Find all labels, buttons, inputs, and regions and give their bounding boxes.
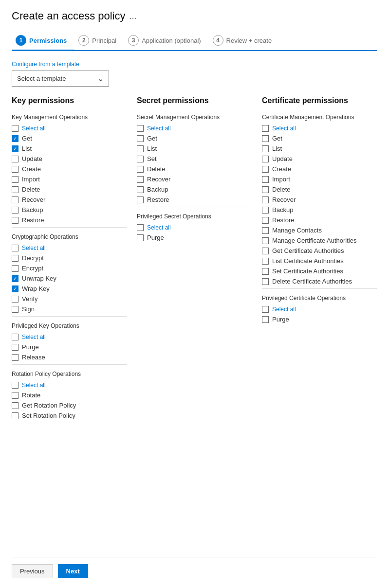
checkbox-0[interactable]	[137, 125, 144, 132]
checkbox-0[interactable]	[12, 125, 19, 132]
list-item[interactable]: Unwrap Key	[12, 273, 127, 284]
checkbox-1[interactable]	[12, 255, 19, 262]
list-item[interactable]: Select all	[12, 332, 127, 342]
checkbox-7[interactable]	[262, 196, 269, 203]
checkbox-3[interactable]	[12, 156, 19, 162]
list-item[interactable]: Manage Contacts	[262, 225, 377, 235]
list-item[interactable]: Verify	[12, 294, 127, 304]
checkbox-6[interactable]	[262, 186, 269, 193]
list-item[interactable]: Purge	[12, 342, 127, 352]
list-item[interactable]: Manage Certificate Authorities	[262, 235, 377, 246]
list-item[interactable]: Purge	[137, 232, 252, 243]
checkbox-1[interactable]	[137, 135, 144, 142]
checkbox-13[interactable]	[262, 258, 269, 265]
list-item[interactable]: Recover	[262, 195, 377, 205]
checkbox-14[interactable]	[262, 268, 269, 275]
list-item[interactable]: Get Rotation Policy	[12, 400, 127, 410]
list-item[interactable]: Delete	[137, 164, 252, 174]
list-item[interactable]: Encrypt	[12, 263, 127, 273]
checkbox-3[interactable]	[137, 156, 144, 162]
list-item[interactable]: Get Certificate Authorities	[262, 246, 377, 256]
list-item[interactable]: Restore	[262, 215, 377, 225]
checkbox-11[interactable]	[262, 237, 269, 244]
list-item[interactable]: Delete	[12, 184, 127, 195]
list-item[interactable]: Purge	[262, 314, 377, 324]
checkbox-6[interactable]	[12, 186, 19, 193]
list-item[interactable]: Update	[262, 154, 377, 164]
list-item[interactable]: List Certificate Authorities	[262, 256, 377, 266]
previous-button[interactable]: Previous	[12, 564, 53, 578]
checkbox-6[interactable]	[137, 186, 144, 193]
list-item[interactable]: List	[137, 143, 252, 154]
checkbox-7[interactable]	[12, 196, 19, 203]
list-item[interactable]: Select all	[137, 223, 252, 232]
checkbox-2[interactable]	[262, 145, 269, 152]
list-item[interactable]: Restore	[12, 215, 127, 225]
list-item[interactable]: Recover	[12, 195, 127, 205]
checkbox-1[interactable]	[12, 392, 19, 399]
list-item[interactable]: Decrypt	[12, 253, 127, 263]
checkbox-7[interactable]	[137, 196, 144, 203]
checkbox-9[interactable]	[262, 217, 269, 224]
list-item[interactable]: Set Rotation Policy	[12, 410, 127, 421]
checkbox-5[interactable]	[262, 176, 269, 183]
list-item[interactable]: Update	[12, 154, 127, 164]
list-item[interactable]: Set	[137, 154, 252, 164]
wizard-tab-application[interactable]: 3Application (optional)	[124, 31, 208, 51]
list-item[interactable]: Restore	[137, 195, 252, 205]
checkbox-5[interactable]	[12, 296, 19, 303]
checkbox-0[interactable]	[137, 224, 144, 231]
list-item[interactable]: Delete Certificate Authorities	[262, 276, 377, 286]
checkbox-2[interactable]	[12, 402, 19, 409]
list-item[interactable]: Select all	[262, 304, 377, 314]
list-item[interactable]: Import	[12, 174, 127, 184]
list-item[interactable]: Select all	[12, 124, 127, 133]
checkbox-5[interactable]	[137, 176, 144, 183]
checkbox-9[interactable]	[12, 217, 19, 224]
list-item[interactable]: Get	[262, 133, 377, 143]
list-item[interactable]: List	[12, 143, 127, 154]
checkbox-0[interactable]	[12, 334, 19, 340]
checkbox-8[interactable]	[12, 207, 19, 214]
list-item[interactable]: Create	[262, 164, 377, 174]
checkbox-0[interactable]	[262, 306, 269, 313]
list-item[interactable]: Sign	[12, 304, 127, 314]
list-item[interactable]: List	[262, 143, 377, 154]
checkbox-10[interactable]	[262, 227, 269, 234]
checkbox-3[interactable]	[12, 275, 19, 282]
list-item[interactable]: Backup	[262, 205, 377, 215]
list-item[interactable]: Select all	[12, 243, 127, 253]
checkbox-5[interactable]	[12, 176, 19, 183]
list-item[interactable]: Select all	[137, 124, 252, 133]
checkbox-1[interactable]	[262, 316, 269, 323]
checkbox-2[interactable]	[12, 265, 19, 272]
checkbox-1[interactable]	[262, 135, 269, 142]
list-item[interactable]: Get	[137, 133, 252, 143]
checkbox-0[interactable]	[12, 245, 19, 251]
list-item[interactable]: Backup	[137, 184, 252, 195]
list-item[interactable]: Release	[12, 352, 127, 362]
checkbox-0[interactable]	[12, 382, 19, 389]
checkbox-1[interactable]	[12, 135, 19, 142]
checkbox-4[interactable]	[12, 285, 19, 292]
checkbox-2[interactable]	[137, 145, 144, 152]
checkbox-15[interactable]	[262, 278, 269, 285]
list-item[interactable]: Rotate	[12, 390, 127, 400]
list-item[interactable]: Select all	[262, 124, 377, 133]
wizard-tab-review[interactable]: 4Review + create	[209, 31, 280, 51]
checkbox-4[interactable]	[12, 166, 19, 173]
checkbox-6[interactable]	[12, 306, 19, 313]
list-item[interactable]: Select all	[12, 380, 127, 390]
list-item[interactable]: Backup	[12, 205, 127, 215]
checkbox-12[interactable]	[262, 248, 269, 254]
list-item[interactable]: Create	[12, 164, 127, 174]
checkbox-1[interactable]	[137, 234, 144, 241]
checkbox-0[interactable]	[262, 125, 269, 132]
checkbox-4[interactable]	[137, 166, 144, 173]
checkbox-2[interactable]	[12, 354, 19, 361]
checkbox-3[interactable]	[12, 412, 19, 419]
next-button[interactable]: Next	[58, 564, 88, 578]
list-item[interactable]: Set Certificate Authorities	[262, 266, 377, 276]
checkbox-1[interactable]	[12, 344, 19, 351]
checkbox-3[interactable]	[262, 156, 269, 162]
